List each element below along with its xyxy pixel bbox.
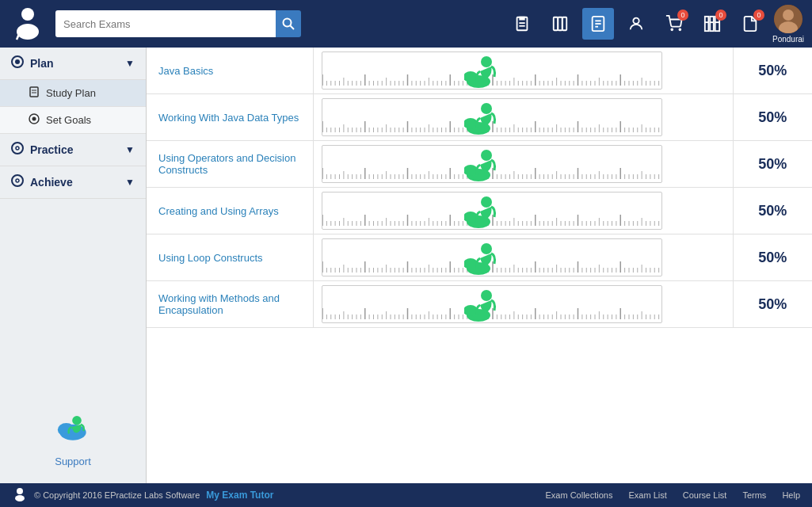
footer-link-exam-collections[interactable]: Exam Collections [546, 490, 613, 500]
study-plan-label: Study Plan [46, 87, 96, 99]
practice-icon [11, 142, 24, 158]
svg-point-207 [481, 103, 492, 114]
svg-point-33 [12, 143, 23, 154]
table-row: Working With Java Data Types 50% [147, 94, 812, 141]
topic-cell[interactable]: Working with Methods and Encapsulation [147, 281, 313, 328]
table-row: Creating and Using Arrays 50% [147, 188, 812, 234]
header-icons: 0 0 0 [506, 5, 804, 44]
cart-icon-btn[interactable]: 0 [658, 8, 690, 40]
sidebar: Plan ▼ Study Plan Set Goals Practice ▼ [0, 48, 147, 483]
svg-rect-18 [710, 17, 714, 31]
topic-cell[interactable]: Java Basics [147, 48, 313, 94]
search-input[interactable] [55, 10, 276, 37]
plan-icon [11, 55, 24, 71]
topics-table: Java Basics 50%Working With Java Data Ty… [147, 48, 812, 328]
sidebar-item-practice[interactable]: Practice ▼ [0, 134, 146, 166]
clipboard-icon-btn[interactable] [506, 8, 538, 40]
topic-cell[interactable]: Using Operators and Decision Constructs [147, 141, 313, 188]
table-row: Working with Methods and Encapsulation 5… [147, 281, 812, 328]
achieve-icon [11, 174, 24, 190]
svg-point-14 [633, 18, 639, 24]
topic-cell[interactable]: Using Loop Constructs [147, 234, 313, 281]
avatar [774, 5, 802, 33]
footer-left: © Copyright 2016 EPractize Labs Software… [12, 486, 546, 505]
svg-point-38 [58, 423, 75, 436]
support-area[interactable]: Support [0, 390, 146, 483]
svg-point-0 [21, 8, 34, 21]
svg-point-34 [16, 147, 19, 150]
score-cell: 50% [733, 281, 812, 328]
progress-cell [313, 188, 733, 234]
practice-label: Practice [30, 143, 73, 156]
practice-chevron: ▼ [125, 144, 135, 155]
shelves-badge: 0 [715, 10, 726, 21]
table-row: Using Operators and Decision Constructs … [147, 141, 812, 188]
svg-point-24 [783, 10, 794, 21]
shelves-icon-btn[interactable]: 0 [696, 8, 728, 40]
footer-brand: My Exam Tutor [206, 490, 273, 501]
file-badge: 0 [753, 10, 764, 21]
support-icon [53, 406, 93, 452]
plan-chevron: ▼ [125, 58, 135, 69]
content-area: Java Basics 50%Working With Java Data Ty… [147, 48, 812, 483]
score-cell: 50% [733, 234, 812, 281]
svg-rect-28 [30, 87, 38, 97]
svg-point-291 [481, 150, 492, 161]
score-cell: 50% [733, 94, 812, 141]
footer-copyright: © Copyright 2016 EPractize Labs Software [34, 490, 200, 500]
footer: © Copyright 2016 EPractize Labs Software… [0, 483, 812, 507]
progress-cell [313, 281, 733, 328]
sidebar-item-achieve[interactable]: Achieve ▼ [0, 166, 146, 199]
footer-link-exam-list[interactable]: Exam List [628, 490, 666, 500]
footer-logo-icon [12, 486, 28, 505]
topic-cell[interactable]: Working With Java Data Types [147, 94, 313, 141]
svg-point-543 [481, 290, 492, 301]
svg-point-36 [16, 179, 19, 182]
svg-point-27 [15, 59, 20, 64]
progress-cell [313, 234, 733, 281]
score-cell: 50% [733, 188, 812, 234]
achieve-chevron: ▼ [125, 177, 135, 188]
svg-point-39 [72, 416, 82, 425]
document-icon-btn[interactable] [582, 8, 614, 40]
svg-point-544 [17, 488, 23, 494]
progress-cell [313, 94, 733, 141]
svg-point-15 [671, 29, 673, 30]
plan-label: Plan [30, 57, 54, 70]
table-row: Using Loop Constructs 50% [147, 234, 812, 281]
svg-point-459 [481, 243, 492, 254]
score-cell: 50% [733, 141, 812, 188]
footer-link-course-list[interactable]: Course List [683, 490, 727, 500]
score-cell: 50% [733, 48, 812, 94]
study-plan-icon [29, 86, 40, 100]
file-icon-btn[interactable]: 0 [734, 8, 766, 40]
username-label: Pondurai [772, 35, 804, 44]
svg-rect-17 [705, 17, 709, 31]
cart-badge: 0 [677, 10, 688, 21]
footer-link-help[interactable]: Help [782, 490, 800, 500]
sidebar-item-set-goals[interactable]: Set Goals [0, 107, 146, 134]
sidebar-item-study-plan[interactable]: Study Plan [0, 80, 146, 107]
sidebar-item-plan[interactable]: Plan ▼ [0, 48, 146, 80]
user-icon-btn[interactable] [620, 8, 652, 40]
svg-point-545 [15, 495, 25, 501]
svg-point-16 [679, 29, 680, 30]
main-layout: Plan ▼ Study Plan Set Goals Practice ▼ [0, 48, 812, 483]
svg-point-32 [32, 117, 36, 121]
set-goals-icon [29, 113, 40, 127]
user-area[interactable]: Pondurai [772, 5, 804, 44]
svg-line-3 [290, 26, 294, 30]
header: 0 0 0 [0, 0, 812, 48]
search-button[interactable] [276, 10, 301, 37]
support-label: Support [55, 456, 91, 467]
svg-point-123 [481, 56, 492, 67]
topic-cell[interactable]: Creating and Using Arrays [147, 188, 313, 234]
footer-link-terms[interactable]: Terms [742, 490, 766, 500]
footer-right: Exam CollectionsExam ListCourse ListTerm… [546, 490, 801, 500]
svg-point-35 [12, 175, 23, 186]
svg-point-375 [481, 196, 492, 208]
book-icon-btn[interactable] [544, 8, 576, 40]
progress-cell [313, 141, 733, 188]
achieve-label: Achieve [30, 176, 73, 189]
set-goals-label: Set Goals [46, 114, 91, 126]
